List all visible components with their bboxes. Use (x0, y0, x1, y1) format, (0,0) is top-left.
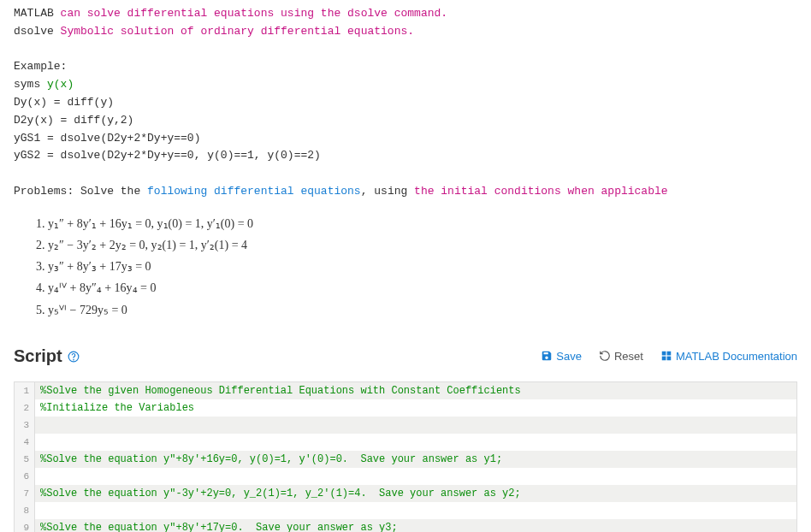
svg-rect-3 (666, 352, 671, 356)
example-title: Example: (14, 58, 797, 76)
editor-line[interactable]: 3 (15, 417, 796, 434)
example-line: yGS1 = dsolve(D2y+2*Dy+y==0) (14, 130, 797, 148)
line-number: 4 (15, 434, 35, 451)
problems-intro: , using (361, 185, 414, 198)
line-content[interactable] (35, 417, 796, 434)
script-header: Script Save Reset MATLAB Documentation (0, 338, 811, 375)
line-number: 9 (15, 519, 35, 532)
line-content[interactable]: %Solve the equation y"+8y'+17y=0. Save y… (35, 519, 796, 532)
problems-list-section: y₁″ + 8y′₁ + 16y₁ = 0, y₁(0) = 1, y′₁(0)… (0, 206, 811, 338)
line-content[interactable] (35, 468, 796, 485)
intro-link-1[interactable]: can solve differential equations using t… (61, 7, 447, 20)
svg-rect-2 (662, 352, 666, 356)
line-content[interactable]: %Initialize the Variables (35, 399, 796, 417)
editor-line[interactable]: 5%Solve the equation y"+8y'+16y=0, y(0)=… (15, 451, 796, 468)
line-number: 7 (15, 485, 35, 502)
problem-item: y₄ᴵⱽ + 8y″₄ + 16y₄ = 0 (48, 277, 797, 299)
intro-text: dsolve (14, 25, 61, 38)
svg-rect-4 (662, 357, 666, 361)
save-label: Save (556, 350, 582, 363)
save-button[interactable]: Save (541, 350, 582, 363)
example-line: syms (14, 78, 47, 91)
editor-line[interactable]: 2%Initialize the Variables (15, 399, 796, 417)
intro-code-block: MATLAB can solve differential equations … (0, 0, 811, 206)
reset-icon (599, 350, 611, 362)
docs-label: MATLAB Documentation (676, 350, 797, 363)
example-line: D2y(x) = diff(y,2) (14, 112, 797, 130)
example-func: y(x) (47, 78, 74, 91)
intro-text: MATLAB (14, 7, 61, 20)
reset-button[interactable]: Reset (599, 350, 643, 363)
comment-text: %Solve the equation y"+8y'+16y=0, y(0)=1… (40, 453, 502, 465)
problem-item: y₅ⱽᴵ − 729y₅ = 0 (48, 299, 797, 321)
problem-item: y₁″ + 8y′₁ + 16y₁ = 0, y₁(0) = 1, y′₁(0)… (48, 213, 797, 234)
editor-line[interactable]: 6 (15, 468, 796, 485)
svg-point-1 (73, 360, 74, 361)
line-number: 3 (15, 417, 35, 434)
comment-text: %Solve the given Homogeneous Differentia… (40, 385, 521, 397)
line-number: 6 (15, 468, 35, 485)
code-editor[interactable]: 1%Solve the given Homogeneous Differenti… (14, 381, 797, 532)
example-line: Dy(x) = diff(y) (14, 94, 797, 112)
line-content[interactable]: %Solve the equation y"+8y'+16y=0, y(0)=1… (35, 451, 796, 468)
comment-text: %Solve the equation y"-3y'+2y=0, y_2(1)=… (40, 488, 521, 499)
problem-item: y₂″ − 3y′₂ + 2y₂ = 0, y₂(1) = 1, y′₂(1) … (48, 234, 797, 256)
problems-list: y₁″ + 8y′₁ + 16y₁ = 0, y₁(0) = 1, y′₁(0)… (48, 213, 797, 321)
line-number: 5 (15, 451, 35, 468)
editor-line[interactable]: 4 (15, 434, 796, 451)
line-content[interactable] (35, 434, 796, 451)
editor-line[interactable]: 9%Solve the equation y"+8y'+17y=0. Save … (15, 519, 796, 532)
line-number: 2 (15, 399, 35, 417)
reset-label: Reset (614, 350, 643, 363)
problems-link-2[interactable]: the initial conditions when applicable (414, 185, 667, 198)
editor-line[interactable]: 7%Solve the equation y"-3y'+2y=0, y_2(1)… (15, 485, 796, 502)
save-icon (541, 350, 553, 362)
problem-item: y₃″ + 8y′₃ + 17y₃ = 0 (48, 256, 797, 277)
line-number: 1 (15, 382, 35, 399)
docs-icon (660, 350, 672, 362)
line-content[interactable] (35, 502, 796, 519)
docs-button[interactable]: MATLAB Documentation (660, 350, 797, 363)
help-icon[interactable] (68, 349, 80, 363)
line-number: 8 (15, 502, 35, 519)
svg-rect-5 (666, 357, 671, 361)
intro-link-2[interactable]: Symbolic solution of ordinary differenti… (61, 25, 414, 38)
script-title: Script (14, 346, 62, 366)
problems-link-1[interactable]: following differential equations (147, 185, 361, 198)
line-content[interactable]: %Solve the given Homogeneous Differentia… (35, 382, 796, 399)
example-line: yGS2 = dsolve(D2y+2*Dy+y==0, y(0)==1, y(… (14, 147, 797, 165)
comment-text: %Initialize the Variables (40, 402, 194, 414)
problems-intro: Problems: Solve the (14, 185, 147, 198)
script-title-wrap: Script (14, 346, 80, 366)
comment-text: %Solve the equation y"+8y'+17y=0. Save y… (40, 522, 398, 532)
editor-line[interactable]: 1%Solve the given Homogeneous Differenti… (15, 382, 796, 399)
line-content[interactable]: %Solve the equation y"-3y'+2y=0, y_2(1)=… (35, 485, 796, 502)
script-actions: Save Reset MATLAB Documentation (541, 350, 797, 363)
editor-line[interactable]: 8 (15, 502, 796, 519)
